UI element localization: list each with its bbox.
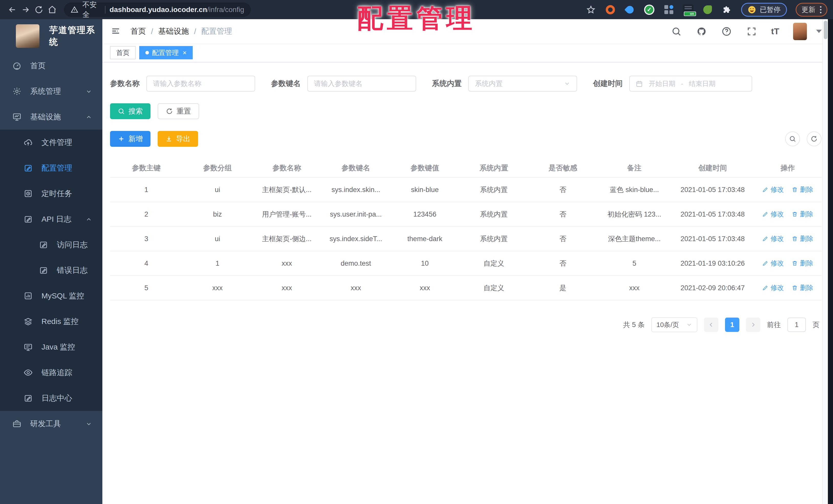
table-row: 3ui主框架页-侧边...sys.index.sideT...theme-dar… bbox=[110, 227, 822, 251]
paused-badge[interactable]: 已暂停 bbox=[741, 3, 787, 17]
goto-label: 前往 bbox=[767, 320, 781, 329]
warning-icon bbox=[71, 6, 78, 14]
sidebar-item-error-log[interactable]: 错误日志 bbox=[0, 257, 102, 283]
fullscreen-icon[interactable] bbox=[746, 26, 757, 37]
avatar-caret-icon[interactable] bbox=[816, 30, 822, 33]
filter-type-label: 系统内置 bbox=[432, 78, 462, 89]
date-range-picker[interactable]: 开始日期 - 结束日期 bbox=[629, 76, 752, 92]
search-button[interactable]: 搜索 bbox=[110, 103, 150, 119]
sidebar-item-files[interactable]: 文件管理 bbox=[0, 130, 102, 155]
delete-link[interactable]: 删除 bbox=[791, 185, 813, 194]
sidebar: 芋道管理系统 首页 系统管理 基础设施 bbox=[0, 19, 102, 504]
monitor-icon bbox=[24, 343, 33, 352]
sidebar-item-access-log[interactable]: 访问日志 bbox=[0, 232, 102, 257]
gauge-icon bbox=[12, 61, 22, 70]
breadcrumb-home[interactable]: 首页 bbox=[130, 26, 146, 36]
tag-home[interactable]: 首页 bbox=[110, 46, 136, 59]
extension-green-check-icon[interactable]: ✓ bbox=[644, 4, 654, 15]
emoji-face-icon bbox=[747, 5, 756, 14]
sidebar-logo[interactable]: 芋道管理系统 bbox=[0, 19, 102, 53]
sidebar-item-infra[interactable]: 基础设施 bbox=[0, 104, 102, 130]
forward-icon[interactable] bbox=[19, 3, 32, 16]
tag-config[interactable]: 配置管理 × bbox=[139, 46, 193, 59]
date-end-placeholder: 结束日期 bbox=[689, 79, 716, 88]
table-actions-row: 新增 导出 bbox=[110, 131, 822, 147]
briefcase-icon bbox=[12, 419, 22, 428]
refresh-table-button[interactable] bbox=[807, 131, 822, 146]
user-avatar[interactable] bbox=[793, 23, 807, 40]
bookmark-star-icon[interactable] bbox=[586, 4, 596, 15]
delete-link[interactable]: 删除 bbox=[791, 259, 813, 268]
font-size-icon[interactable]: tT bbox=[771, 26, 779, 36]
sidebar-item-tracing[interactable]: 链路追踪 bbox=[0, 360, 102, 385]
help-icon[interactable] bbox=[721, 26, 732, 37]
back-icon[interactable] bbox=[6, 3, 19, 16]
param-name-input[interactable] bbox=[146, 76, 255, 92]
reset-button[interactable]: 重置 bbox=[158, 103, 199, 119]
delete-link[interactable]: 删除 bbox=[791, 234, 813, 243]
window-edge bbox=[828, 19, 833, 504]
sidebar-item-dev-tools[interactable]: 研发工具 bbox=[0, 411, 102, 436]
sidebar-item-jobs[interactable]: 定时任务 bbox=[0, 181, 102, 206]
extension-pin-icon[interactable] bbox=[624, 4, 635, 15]
refresh-icon[interactable] bbox=[32, 3, 46, 16]
refresh-icon bbox=[810, 135, 818, 143]
page-size-select[interactable]: 10条/页 bbox=[651, 317, 697, 332]
home-icon[interactable] bbox=[46, 3, 59, 16]
gear-icon bbox=[12, 87, 22, 96]
browser-menu-icon[interactable] bbox=[820, 6, 822, 13]
eye-icon bbox=[24, 368, 33, 377]
config-table: 参数主键 参数分组 参数名称 参数键名 参数键值 系统内置 是否敏感 备注 创建… bbox=[110, 158, 822, 300]
prev-page-button[interactable] bbox=[704, 318, 718, 332]
param-key-input[interactable] bbox=[307, 76, 416, 92]
active-dot-icon bbox=[145, 51, 149, 54]
edit-square-icon bbox=[24, 215, 33, 224]
delete-link[interactable]: 删除 bbox=[791, 283, 813, 292]
extension-on-badge-icon[interactable]: on bbox=[683, 4, 693, 15]
builtin-type-select[interactable]: 系统内置 bbox=[468, 76, 577, 92]
monitor-chart-icon bbox=[12, 112, 22, 122]
current-page[interactable]: 1 bbox=[725, 318, 739, 332]
download-icon bbox=[165, 135, 172, 143]
extensions-puzzle-icon[interactable] bbox=[722, 4, 733, 15]
extension-orange-icon[interactable] bbox=[605, 4, 616, 15]
trash-icon bbox=[791, 285, 798, 291]
github-icon[interactable] bbox=[696, 26, 707, 37]
toggle-search-button[interactable] bbox=[785, 131, 800, 146]
edit-link[interactable]: 修改 bbox=[762, 185, 784, 194]
paused-label: 已暂停 bbox=[760, 5, 781, 14]
sidebar-item-redis[interactable]: Redis 监控 bbox=[0, 309, 102, 334]
breadcrumb-infra[interactable]: 基础设施 bbox=[158, 26, 189, 36]
filter-key-label: 参数键名 bbox=[271, 78, 301, 89]
next-page-button[interactable] bbox=[746, 318, 760, 332]
extension-grid-icon[interactable] bbox=[663, 4, 674, 15]
table-row: 5xxxxxxxxxxxx自定义是xxx2021-02-09 20:06:47 … bbox=[110, 276, 822, 300]
edit-square-icon bbox=[39, 240, 48, 249]
goto-page-input[interactable] bbox=[787, 318, 806, 332]
refresh-icon bbox=[166, 108, 173, 115]
scrollbar-thumb[interactable] bbox=[824, 21, 827, 39]
export-button[interactable]: 导出 bbox=[158, 131, 198, 147]
edit-square-icon bbox=[24, 394, 33, 403]
sidebar-item-java[interactable]: Java 监控 bbox=[0, 334, 102, 360]
page-scrollbar[interactable] bbox=[822, 19, 828, 504]
sidebar-item-api-log[interactable]: API 日志 bbox=[0, 206, 102, 232]
sidebar-item-system[interactable]: 系统管理 bbox=[0, 78, 102, 104]
extension-leaf-icon[interactable] bbox=[702, 4, 713, 15]
sidebar-item-config[interactable]: 配置管理 bbox=[0, 155, 102, 181]
search-icon[interactable] bbox=[671, 26, 682, 37]
add-button[interactable]: 新增 bbox=[110, 131, 150, 147]
edit-link[interactable]: 修改 bbox=[762, 234, 784, 243]
edit-link[interactable]: 修改 bbox=[762, 283, 784, 292]
sidebar-item-home[interactable]: 首页 bbox=[0, 53, 102, 78]
close-icon[interactable]: × bbox=[183, 49, 187, 56]
search-actions-row: 搜索 重置 bbox=[110, 103, 822, 119]
address-bar[interactable]: 不安全 dashboard.yudao.iocoder.cn/infra/con… bbox=[64, 3, 251, 17]
sidebar-item-log-center[interactable]: 日志中心 bbox=[0, 385, 102, 411]
sidebar-item-mysql[interactable]: MySQL 监控 bbox=[0, 283, 102, 309]
update-button[interactable]: 更新 bbox=[795, 3, 827, 17]
delete-link[interactable]: 删除 bbox=[791, 210, 813, 219]
edit-link[interactable]: 修改 bbox=[762, 210, 784, 219]
edit-link[interactable]: 修改 bbox=[762, 259, 784, 268]
sidebar-collapse-icon[interactable] bbox=[110, 26, 121, 37]
